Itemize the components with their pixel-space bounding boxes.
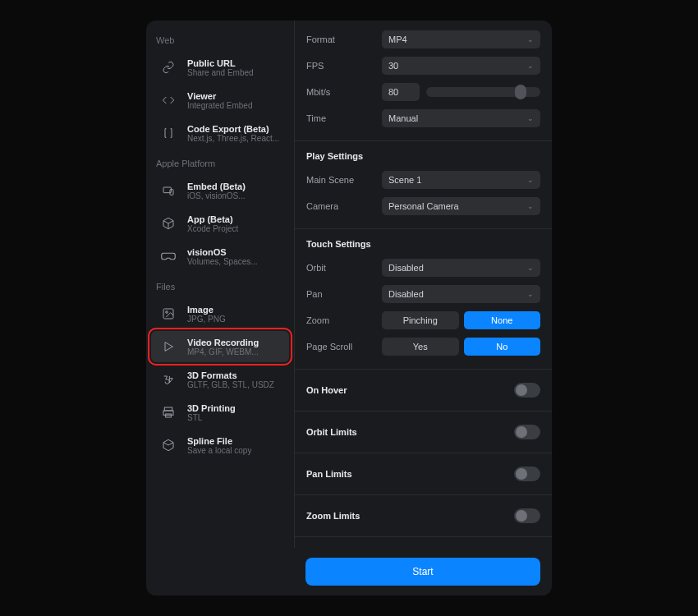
orbit-value: Disabled bbox=[388, 263, 424, 273]
pan-select[interactable]: Disabled ⌄ bbox=[382, 285, 540, 303]
item-sub: JPG, PNG bbox=[187, 315, 226, 324]
camera-select[interactable]: Personal Camera ⌄ bbox=[382, 197, 540, 215]
item-title: 3D Printing bbox=[187, 403, 236, 413]
play-settings-title: Play Settings bbox=[306, 151, 540, 161]
format-value: MP4 bbox=[388, 34, 407, 44]
section-header-web: Web bbox=[146, 27, 294, 50]
image-icon bbox=[158, 303, 179, 324]
start-button[interactable]: Start bbox=[305, 558, 540, 586]
fps-value: 30 bbox=[388, 61, 398, 71]
orbit-limits-toggle[interactable] bbox=[514, 425, 540, 439]
mbits-value[interactable]: 80 bbox=[382, 83, 420, 101]
main-settings: Format MP4 ⌄ FPS 30 ⌄ Mbit/s 80 bbox=[294, 21, 552, 595]
3d-icon bbox=[158, 369, 179, 390]
sidebar-item-public-url[interactable]: Public URL Share and Embed bbox=[151, 52, 289, 83]
on-hover-toggle[interactable] bbox=[514, 383, 540, 398]
pan-limits-toggle[interactable] bbox=[514, 467, 540, 481]
print-icon bbox=[158, 402, 179, 423]
brackets-icon bbox=[158, 122, 179, 144]
orbit-label: Orbit bbox=[306, 263, 382, 273]
fps-label: FPS bbox=[306, 61, 382, 71]
svg-rect-5 bbox=[164, 407, 172, 411]
sidebar-item-app[interactable]: App (Beta) Xcode Project bbox=[151, 208, 289, 239]
code-icon bbox=[158, 90, 179, 111]
chevron-down-icon: ⌄ bbox=[527, 35, 534, 44]
sidebar-item-viewer[interactable]: Viewer Integrated Embed bbox=[151, 85, 289, 116]
item-sub: GLTF, GLB, STL, USDZ bbox=[187, 380, 274, 389]
sidebar-item-3d-printing[interactable]: 3D Printing STL bbox=[151, 397, 289, 428]
on-hover-row: On Hover bbox=[295, 370, 552, 411]
devices-icon bbox=[158, 180, 179, 201]
fps-select[interactable]: 30 ⌄ bbox=[382, 57, 540, 75]
slider-thumb[interactable] bbox=[515, 85, 526, 99]
item-title: App (Beta) bbox=[187, 214, 238, 224]
main-scene-label: Main Scene bbox=[306, 175, 382, 185]
main-scene-select[interactable]: Scene 1 ⌄ bbox=[382, 171, 540, 189]
item-sub: Integrated Embed bbox=[187, 101, 253, 110]
pan-limits-row: Pan Limits bbox=[295, 453, 552, 495]
export-panel: Web Public URL Share and Embed Viewer In… bbox=[146, 21, 552, 595]
orbit-select[interactable]: Disabled ⌄ bbox=[382, 259, 540, 277]
format-select[interactable]: MP4 ⌄ bbox=[382, 30, 540, 48]
footer: Start bbox=[294, 548, 552, 595]
sidebar-item-image[interactable]: Image JPG, PNG bbox=[151, 298, 289, 329]
chevron-down-icon: ⌄ bbox=[527, 176, 534, 184]
item-title: Video Recording bbox=[187, 338, 259, 347]
toggle-knob bbox=[516, 426, 527, 438]
sidebar: Web Public URL Share and Embed Viewer In… bbox=[146, 21, 294, 595]
toggle-knob bbox=[516, 468, 527, 480]
zoom-limits-label: Zoom Limits bbox=[306, 511, 360, 521]
sidebar-item-3d-formats[interactable]: 3D Formats GLTF, GLB, STL, USDZ bbox=[151, 364, 289, 395]
item-sub: iOS, visionOS... bbox=[187, 191, 246, 200]
zoom-option-none[interactable]: None bbox=[464, 311, 541, 329]
cube-icon bbox=[158, 213, 179, 234]
toggle-knob bbox=[516, 384, 527, 396]
sidebar-item-visionos[interactable]: visionOS Volumes, Spaces... bbox=[151, 241, 289, 272]
item-sub: STL bbox=[187, 413, 236, 422]
chevron-down-icon: ⌄ bbox=[527, 114, 534, 122]
time-select[interactable]: Manual ⌄ bbox=[382, 109, 540, 127]
orbit-limits-label: Orbit Limits bbox=[306, 427, 357, 437]
item-title: Public URL bbox=[187, 58, 254, 68]
item-sub: Next.js, Three.js, React... bbox=[187, 134, 279, 143]
svg-point-3 bbox=[166, 311, 168, 314]
zoom-limits-toggle[interactable] bbox=[514, 508, 540, 523]
item-title: visionOS bbox=[187, 247, 258, 257]
link-icon bbox=[158, 57, 179, 78]
zoom-option-pinching[interactable]: Pinching bbox=[382, 311, 459, 329]
toggle-knob bbox=[516, 510, 527, 522]
item-sub: MP4, GIF, WEBM... bbox=[187, 347, 259, 356]
item-title: Viewer bbox=[187, 91, 253, 101]
main-scene-value: Scene 1 bbox=[388, 175, 421, 185]
item-sub: Volumes, Spaces... bbox=[187, 257, 258, 266]
vision-icon bbox=[158, 246, 179, 267]
touch-settings-group: Touch Settings Orbit Disabled ⌄ Pan Disa… bbox=[295, 229, 552, 370]
touch-settings-title: Touch Settings bbox=[306, 239, 540, 249]
svg-rect-6 bbox=[163, 411, 173, 415]
time-label: Time bbox=[306, 113, 382, 123]
svg-rect-1 bbox=[170, 190, 173, 195]
item-sub: Save a local copy bbox=[187, 446, 251, 455]
sidebar-item-spline-file[interactable]: Spline File Save a local copy bbox=[151, 430, 289, 461]
format-group: Format MP4 ⌄ FPS 30 ⌄ Mbit/s 80 bbox=[295, 21, 552, 141]
pan-label: Pan bbox=[306, 289, 382, 299]
item-title: 3D Formats bbox=[187, 370, 274, 380]
mbits-slider[interactable] bbox=[426, 87, 540, 97]
chevron-down-icon: ⌄ bbox=[527, 264, 534, 272]
orbit-limits-row: Orbit Limits bbox=[295, 411, 552, 453]
sidebar-item-video-recording[interactable]: Video Recording MP4, GIF, WEBM... bbox=[151, 331, 289, 362]
page-scroll-option-no[interactable]: No bbox=[464, 338, 541, 356]
sidebar-item-code-export[interactable]: Code Export (Beta) Next.js, Three.js, Re… bbox=[151, 117, 289, 149]
item-title: Spline File bbox=[187, 436, 251, 446]
on-hover-label: On Hover bbox=[306, 385, 347, 395]
section-header-files: Files bbox=[146, 274, 294, 297]
item-title: Image bbox=[187, 305, 226, 315]
play-icon bbox=[158, 336, 179, 357]
item-title: Code Export (Beta) bbox=[187, 124, 279, 134]
zoom-label: Zoom bbox=[306, 315, 382, 325]
sidebar-item-embed[interactable]: Embed (Beta) iOS, visionOS... bbox=[151, 175, 289, 206]
item-title: Embed (Beta) bbox=[187, 182, 246, 191]
page-scroll-option-yes[interactable]: Yes bbox=[382, 338, 459, 356]
svg-marker-4 bbox=[165, 342, 172, 352]
pan-limits-label: Pan Limits bbox=[306, 469, 352, 479]
